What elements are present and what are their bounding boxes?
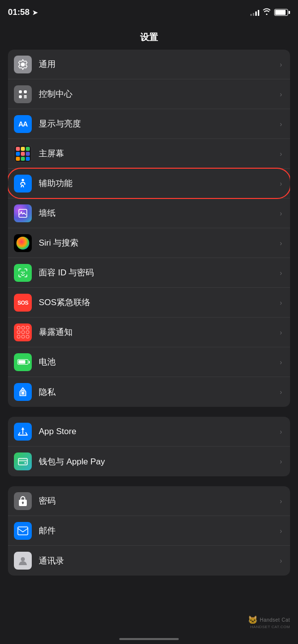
settings-section-2: App Store › 钱包与 Apple Pay › (8, 417, 290, 476)
control-center-chevron: › (280, 90, 282, 98)
wallpaper-icon (14, 204, 32, 222)
control-center-icon (14, 85, 32, 103)
control-center-label: 控制中心 (39, 88, 276, 100)
siri-label: Siri 与搜索 (39, 237, 276, 249)
display-label: 显示与亮度 (39, 118, 276, 129)
wallpaper-label: 墙纸 (39, 207, 276, 219)
sos-icon: SOS (14, 294, 32, 312)
password-label: 密码 (39, 495, 276, 507)
signal-bars-icon (250, 9, 259, 16)
appstore-icon (14, 423, 32, 441)
settings-item-wallpaper[interactable]: 墙纸 › (8, 198, 290, 228)
sos-label: SOS紧急联络 (39, 297, 276, 308)
contacts-chevron: › (280, 557, 282, 565)
accessibility-label: 辅助功能 (39, 178, 276, 189)
appstore-label: App Store (39, 427, 276, 437)
location-icon: ➤ (32, 9, 38, 16)
mail-label: 邮件 (39, 525, 276, 536)
settings-item-privacy[interactable]: 隐私 › (8, 377, 290, 407)
general-label: 通用 (39, 59, 276, 70)
svg-rect-10 (24, 462, 26, 463)
svg-rect-4 (24, 97, 27, 98)
settings-section-1: 通用 › 控制中心 › AA 显示与亮度 › (8, 50, 290, 407)
wallet-icon (14, 452, 32, 470)
status-time: 01:58 ➤ (8, 7, 38, 17)
status-icons (250, 8, 288, 17)
svg-point-14 (21, 557, 25, 561)
wallet-chevron: › (280, 457, 282, 465)
privacy-chevron: › (280, 388, 282, 396)
svg-rect-1 (24, 90, 27, 93)
settings-item-sos[interactable]: SOS SOS紧急联络 › (8, 288, 290, 318)
wallpaper-chevron: › (280, 209, 282, 217)
svg-rect-8 (18, 458, 27, 465)
svg-rect-13 (18, 527, 28, 535)
settings-item-accessibility[interactable]: 辅助功能 › (8, 169, 290, 198)
display-icon: AA (14, 115, 32, 133)
svg-rect-3 (24, 95, 27, 97)
home-screen-icon (14, 145, 32, 163)
password-chevron: › (280, 497, 282, 505)
siri-chevron: › (280, 239, 282, 247)
settings-item-appstore[interactable]: App Store › (8, 417, 290, 447)
settings-item-wallet[interactable]: 钱包与 Apple Pay › (8, 447, 290, 476)
settings-item-siri[interactable]: Siri 与搜索 › (8, 228, 290, 258)
battery-chevron: › (280, 358, 282, 366)
wallet-label: 钱包与 Apple Pay (39, 456, 276, 467)
siri-icon (14, 234, 32, 252)
settings-item-contacts[interactable]: 通讯录 › (8, 546, 290, 576)
settings-section-3: 密码 › 邮件 › 通讯录 › (8, 486, 290, 576)
contacts-label: 通讯录 (39, 555, 276, 567)
status-bar: 01:58 ➤ (0, 0, 298, 25)
accessibility-icon (14, 175, 32, 193)
svg-rect-12 (22, 503, 23, 504)
faceid-chevron: › (280, 269, 282, 277)
battery-settings-icon (14, 353, 32, 371)
svg-rect-0 (19, 90, 22, 93)
appstore-chevron: › (280, 428, 282, 436)
svg-point-5 (22, 179, 24, 181)
page-header: 设置 (0, 25, 298, 50)
settings-item-mail[interactable]: 邮件 › (8, 516, 290, 546)
exposure-icon (14, 323, 32, 341)
settings-item-battery[interactable]: 电池 › (8, 347, 290, 377)
settings-item-display[interactable]: AA 显示与亮度 › (8, 109, 290, 139)
home-screen-chevron: › (280, 150, 282, 158)
settings-item-password[interactable]: 密码 › (8, 486, 290, 516)
settings-item-faceid[interactable]: 面容 ID 与密码 › (8, 258, 290, 288)
wifi-icon (262, 8, 271, 17)
settings-item-home-screen[interactable]: 主屏幕 › (8, 139, 290, 169)
svg-rect-2 (19, 95, 22, 98)
general-chevron: › (280, 61, 282, 68)
battery-label: 电池 (39, 356, 276, 368)
mail-chevron: › (280, 527, 282, 535)
settings-item-control-center[interactable]: 控制中心 › (8, 79, 290, 109)
privacy-icon (14, 383, 32, 401)
contacts-icon (14, 552, 32, 570)
faceid-icon (14, 264, 32, 282)
battery-icon (274, 9, 288, 16)
svg-rect-9 (18, 460, 27, 461)
password-icon (14, 492, 32, 510)
display-chevron: › (280, 120, 282, 128)
faceid-label: 面容 ID 与密码 (39, 267, 276, 278)
settings-item-general[interactable]: 通用 › (8, 50, 290, 79)
watermark: 🐱 Handset Cat HANDSET CAT.COM (248, 615, 290, 629)
privacy-label: 隐私 (39, 386, 276, 398)
exposure-chevron: › (280, 328, 282, 336)
accessibility-chevron: › (280, 180, 282, 188)
home-indicator (119, 638, 179, 640)
svg-rect-7 (22, 392, 24, 394)
exposure-label: 暴露通知 (39, 326, 276, 338)
settings-item-exposure[interactable]: 暴露通知 › (8, 318, 290, 347)
mail-icon (14, 522, 32, 540)
home-screen-label: 主屏幕 (39, 148, 276, 159)
page-title: 设置 (140, 31, 158, 43)
general-icon (14, 56, 32, 73)
sos-chevron: › (280, 299, 282, 307)
